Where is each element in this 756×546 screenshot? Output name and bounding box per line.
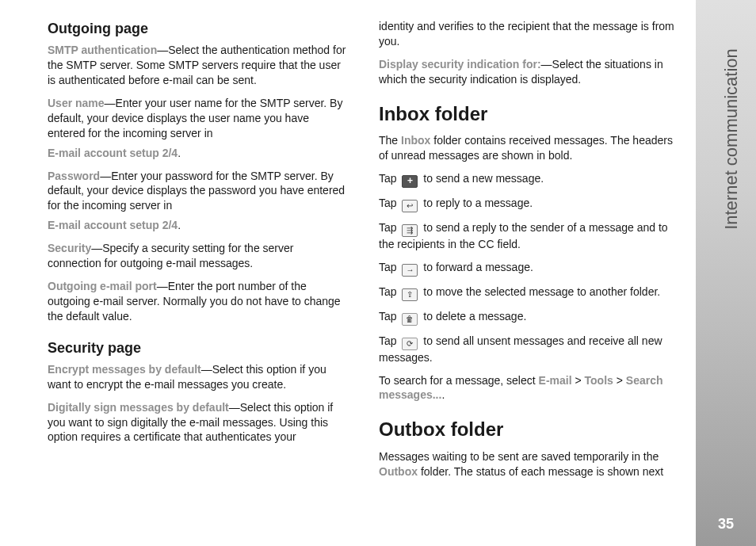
- forward-icon: →: [402, 264, 418, 277]
- para-security: Security—Specify a security setting for …: [48, 241, 349, 271]
- text: to send a reply to the sender of a messa…: [379, 221, 668, 250]
- para-password-ref: E-mail account setup 2/4.: [48, 218, 349, 233]
- term-sign-default: Digitally sign messages by default: [48, 401, 229, 414]
- term-security: Security: [48, 242, 91, 254]
- term-outbox: Outbox: [379, 465, 418, 478]
- text: Tap: [379, 172, 399, 185]
- heading-inbox-folder: Inbox folder: [379, 101, 680, 127]
- text: .: [441, 388, 445, 401]
- move-folder-icon: ⇪: [402, 288, 418, 301]
- column-right: identity and verifies to the recipient t…: [379, 19, 680, 487]
- reply-icon: ↩: [402, 200, 418, 212]
- manual-page: Internet communication 35 Outgoing page …: [0, 0, 756, 546]
- tap-forward: Tap → to forward a message.: [379, 260, 680, 277]
- text: To search for a message, select: [379, 374, 539, 387]
- para-inbox-desc: The Inbox folder contains received messa…: [379, 133, 680, 163]
- tap-delete: Tap 🗑 to delete a message.: [379, 309, 680, 326]
- heading-security-page: Security page: [48, 338, 349, 357]
- ref-account-setup-2: E-mail account setup 2/4: [48, 219, 178, 231]
- para-encrypt-default: Encrypt messages by default—Select this …: [48, 362, 349, 392]
- text: to forward a message.: [420, 261, 533, 273]
- term-smtp-authentication: SMTP authentication: [48, 44, 157, 56]
- term-user-name: User name: [48, 97, 105, 109]
- para-user-name-ref: E-mail account setup 2/4.: [48, 146, 349, 161]
- delete-icon: 🗑: [402, 313, 418, 326]
- heading-outbox-folder: Outbox folder: [379, 417, 680, 442]
- term-inbox: Inbox: [401, 134, 430, 147]
- tap-new-message: Tap + to send a new message.: [379, 171, 680, 188]
- para-display-security: Display security indication for:—Select …: [379, 57, 680, 87]
- tap-reply: Tap ↩ to reply to a message.: [379, 196, 680, 212]
- text: Tap: [379, 334, 399, 347]
- para-outgoing-port: Outgoing e-mail port—Enter the port numb…: [48, 279, 349, 324]
- para-outbox-desc: Messages waiting to be sent are saved te…: [379, 449, 680, 479]
- text: to delete a message.: [420, 310, 526, 323]
- term-encrypt-default: Encrypt messages by default: [48, 363, 201, 376]
- page-number: 35: [712, 514, 740, 533]
- text: >: [613, 374, 626, 387]
- text: .: [178, 219, 181, 231]
- para-sign-default: Digitally sign messages by default—Selec…: [48, 400, 349, 445]
- text: Tap: [379, 285, 399, 298]
- term-password: Password: [48, 170, 100, 182]
- section-label: Internet communication: [720, 95, 743, 230]
- nav-email: E-mail: [539, 374, 572, 387]
- text: The: [379, 134, 401, 147]
- text: to send a new message.: [420, 172, 544, 185]
- nav-tools: Tools: [585, 374, 613, 387]
- term-display-security: Display security indication for:: [379, 58, 541, 71]
- text: Tap: [379, 310, 399, 323]
- text: folder. The status of each message is sh…: [418, 465, 663, 478]
- text: .: [178, 147, 181, 159]
- para-identity-cont: identity and verifies to the recipient t…: [379, 19, 680, 49]
- text: to move the selected message to another …: [420, 285, 660, 298]
- new-message-icon: +: [402, 175, 418, 188]
- tap-reply-all: Tap ⇶ to send a reply to the sender of a…: [379, 220, 680, 252]
- reply-all-icon: ⇶: [402, 224, 418, 237]
- text: Tap: [379, 261, 399, 273]
- text: Messages waiting to be sent are saved te…: [379, 450, 659, 463]
- text: to reply to a message.: [420, 197, 533, 209]
- column-left: Outgoing page SMTP authentication—Select…: [48, 19, 349, 452]
- heading-outgoing-page: Outgoing page: [48, 19, 349, 38]
- para-user-name: User name—Enter your user name for the S…: [48, 96, 349, 141]
- text: >: [572, 374, 585, 387]
- text: to send all unsent messages and receive …: [379, 334, 662, 364]
- sync-icon: ⟳: [402, 338, 418, 350]
- ref-account-setup-1: E-mail account setup 2/4: [48, 147, 178, 159]
- term-outgoing-port: Outgoing e-mail port: [48, 280, 157, 292]
- tap-move: Tap ⇪ to move the selected message to an…: [379, 284, 680, 301]
- tap-sync: Tap ⟳ to send all unsent messages and re…: [379, 334, 680, 365]
- text: Tap: [379, 197, 399, 209]
- text: Tap: [379, 221, 399, 234]
- para-password: Password—Enter your password for the SMT…: [48, 169, 349, 214]
- side-gradient: Internet communication 35: [696, 0, 756, 546]
- para-search: To search for a message, select E-mail >…: [379, 373, 680, 403]
- para-smtp-auth: SMTP authentication—Select the authentic…: [48, 43, 349, 88]
